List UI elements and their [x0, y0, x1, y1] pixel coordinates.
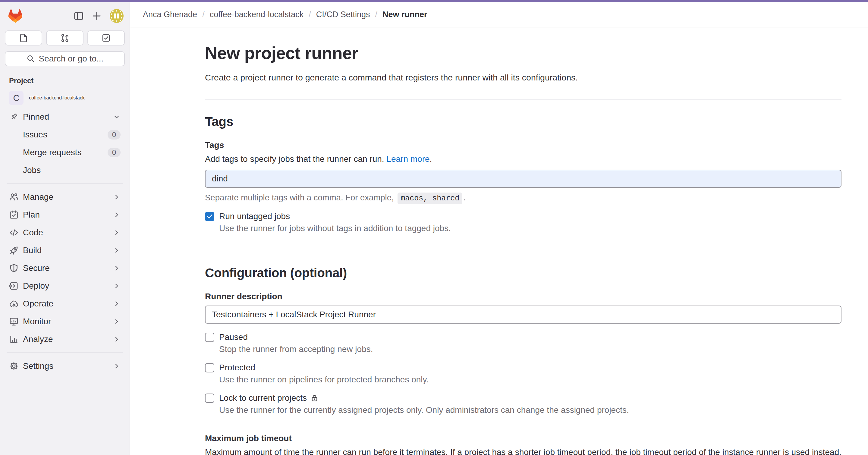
sidebar-item-jobs[interactable]: Jobs [5, 161, 125, 179]
breadcrumb-separator: / [375, 10, 377, 19]
page-content: New project runner Create a project runn… [130, 27, 868, 455]
jobs-label: Jobs [23, 165, 41, 175]
manage-label: Manage [23, 192, 53, 202]
code-icon [9, 228, 19, 237]
sidebar-item-analyze[interactable]: Analyze [5, 330, 125, 348]
protected-row: Protected [205, 363, 841, 372]
settings-label: Settings [23, 361, 53, 371]
chevron-right-icon [113, 193, 121, 201]
search-icon [26, 54, 35, 63]
lock-projects-label[interactable]: Lock to current projects [219, 393, 318, 403]
create-new-button[interactable] [92, 11, 102, 21]
chevron-right-icon [113, 229, 121, 236]
app-shell: Search or go to... Project C coffee-back… [0, 2, 868, 455]
plan-label: Plan [23, 210, 40, 220]
sidebar: Search or go to... Project C coffee-back… [0, 2, 130, 455]
protected-description: Use the runner on pipelines for protecte… [219, 375, 841, 385]
page-subtitle: Create a project runner to generate a co… [205, 73, 841, 83]
lock-projects-row: Lock to current projects [205, 393, 841, 403]
paused-row: Paused [205, 332, 841, 342]
monitor-label: Monitor [23, 317, 51, 326]
tags-help-text: Add tags to specify jobs that the runner… [205, 154, 841, 164]
sidebar-item-operate[interactable]: Operate [5, 295, 125, 313]
search-input[interactable]: Search or go to... [5, 51, 125, 66]
chart-icon [9, 334, 19, 344]
run-untagged-label[interactable]: Run untagged jobs [219, 212, 290, 221]
sidebar-item-plan[interactable]: Plan [5, 206, 125, 224]
lock-icon [310, 394, 318, 402]
chevron-right-icon [113, 264, 121, 272]
tags-field-label: Tags [205, 140, 841, 150]
rocket-icon [9, 246, 19, 255]
merge-requests-shortcut-button[interactable] [46, 30, 84, 45]
issues-shortcut-button[interactable] [5, 30, 42, 45]
sidebar-section-label: Project [5, 76, 125, 85]
sidebar-item-code[interactable]: Code [5, 224, 125, 241]
paused-description: Stop the runner from accepting new jobs. [219, 345, 841, 354]
sidebar-item-secure[interactable]: Secure [5, 259, 125, 277]
tags-help-prefix: Add tags to specify jobs that the runner… [205, 154, 386, 164]
sidebar-item-merge-requests[interactable]: Merge requests 0 [5, 143, 125, 161]
page-title: New project runner [205, 43, 841, 63]
breadcrumb-separator: / [202, 10, 205, 19]
lock-projects-description: Use the runner for the currently assigne… [219, 405, 841, 415]
breadcrumb-user[interactable]: Anca Ghenade [143, 10, 197, 19]
todos-shortcut-button[interactable] [87, 30, 125, 45]
merge-requests-count-badge: 0 [107, 148, 121, 157]
sidebar-item-manage[interactable]: Manage [5, 188, 125, 206]
breadcrumb-project[interactable]: coffee-backend-localstack [210, 10, 304, 19]
sidebar-item-issues[interactable]: Issues 0 [5, 126, 125, 143]
tags-input[interactable] [205, 170, 841, 188]
lock-projects-checkbox[interactable] [205, 393, 214, 403]
main-area: Anca Ghenade / coffee-backend-localstack… [130, 2, 868, 455]
chevron-right-icon [113, 211, 121, 219]
sidebar-project-item[interactable]: C coffee-backend-localstack [5, 88, 125, 108]
user-avatar[interactable] [110, 9, 124, 23]
search-placeholder: Search or go to... [39, 54, 104, 64]
sidebar-item-settings[interactable]: Settings [5, 357, 125, 375]
calendar-check-icon [9, 210, 19, 220]
learn-more-link[interactable]: Learn more [386, 154, 430, 164]
chevron-right-icon [113, 318, 121, 325]
protected-checkbox[interactable] [205, 363, 214, 372]
deploy-label: Deploy [23, 281, 49, 291]
sidebar-divider [7, 183, 123, 184]
sidebar-item-monitor[interactable]: Monitor [5, 313, 125, 330]
cloud-gear-icon [9, 299, 19, 308]
timeout-label: Maximum job timeout [205, 433, 841, 443]
secure-label: Secure [23, 263, 50, 273]
chevron-right-icon [113, 335, 121, 343]
chevron-right-icon [113, 362, 121, 370]
analyze-label: Analyze [23, 334, 53, 344]
pin-icon [9, 112, 19, 122]
runner-description-input[interactable] [205, 305, 841, 324]
tags-hint: Separate multiple tags with a comma. For… [205, 193, 841, 203]
paused-checkbox[interactable] [205, 333, 214, 342]
breadcrumb-new-runner: New runner [382, 10, 427, 19]
protected-label[interactable]: Protected [219, 363, 255, 372]
monitor-icon [9, 317, 19, 326]
run-untagged-checkbox[interactable] [205, 212, 214, 221]
paused-label[interactable]: Paused [219, 332, 248, 342]
run-untagged-row: Run untagged jobs [205, 212, 841, 221]
browser-accent-bar [0, 0, 868, 2]
sidebar-divider [7, 352, 123, 353]
sidebar-item-pinned[interactable]: Pinned [5, 108, 125, 126]
run-untagged-description: Use the runner for jobs without tags in … [219, 224, 841, 233]
breadcrumb-separator: / [309, 10, 311, 19]
shield-icon [9, 263, 19, 273]
sidebar-item-deploy[interactable]: Deploy [5, 277, 125, 295]
breadcrumb-cicd-settings[interactable]: CI/CD Settings [316, 10, 370, 19]
deploy-icon [9, 281, 19, 291]
tags-hint-prefix: Separate multiple tags with a comma. For… [205, 193, 396, 202]
chevron-down-icon [113, 113, 121, 121]
sidebar-item-build[interactable]: Build [5, 241, 125, 259]
tags-help-suffix: . [430, 154, 432, 164]
code-label: Code [23, 228, 43, 237]
users-icon [9, 192, 19, 202]
project-name: coffee-backend-localstack [29, 95, 85, 101]
sidebar-collapse-button[interactable] [73, 11, 84, 21]
gitlab-logo-icon[interactable] [8, 9, 22, 23]
sidebar-shortcuts [5, 30, 125, 45]
configuration-section-heading: Configuration (optional) [205, 266, 841, 280]
